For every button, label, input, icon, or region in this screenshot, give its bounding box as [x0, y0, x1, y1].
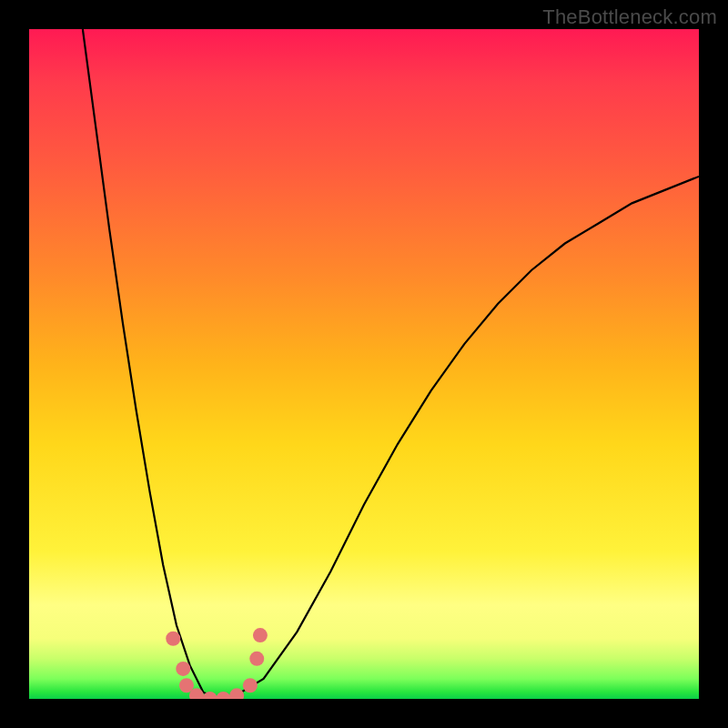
data-marker	[166, 632, 180, 646]
data-marker	[189, 688, 204, 699]
data-marker	[203, 692, 217, 699]
data-marker	[176, 662, 190, 676]
chart-frame: TheBottleneck.com	[0, 0, 728, 728]
data-marker	[253, 628, 268, 642]
data-marker	[249, 652, 264, 666]
data-marker	[179, 678, 194, 693]
data-marker	[243, 678, 258, 693]
data-marker	[216, 692, 230, 699]
curve-layer	[29, 29, 699, 699]
marker-group	[166, 628, 268, 699]
watermark-text: TheBottleneck.com	[542, 5, 717, 29]
bottleneck-curve	[83, 29, 699, 699]
data-marker	[229, 688, 244, 699]
plot-area	[29, 29, 699, 699]
